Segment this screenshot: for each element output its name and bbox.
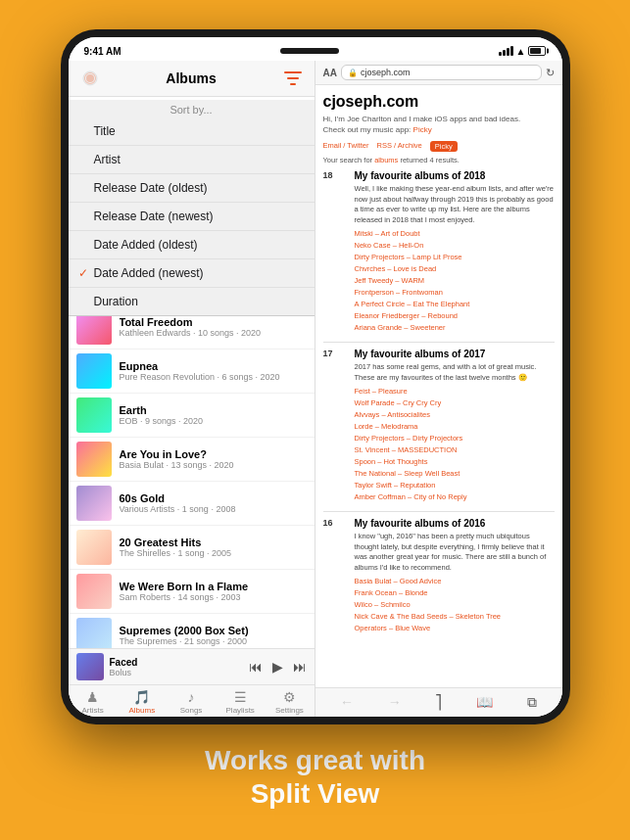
album-link[interactable]: Frontperson – Frontwoman bbox=[355, 287, 555, 299]
album-link[interactable]: Dirty Projectors – Dirty Projectors bbox=[355, 433, 555, 444]
tab-playlists[interactable]: ☰ Playlists bbox=[216, 685, 265, 717]
album-link[interactable]: Operators – Blue Wave bbox=[355, 623, 555, 634]
album-link[interactable]: Frank Ocean – Blonde bbox=[355, 587, 555, 599]
album-link[interactable]: Nick Cave & The Bad Seeds – Skeleton Tre… bbox=[355, 611, 555, 623]
safari-url-bar[interactable]: 🔒 cjoseph.com bbox=[341, 65, 542, 80]
list-item[interactable]: 20 Greatest Hits The Shirelles · 1 song … bbox=[69, 526, 315, 570]
album-link[interactable]: Amber Coffman – City of No Reply bbox=[355, 491, 555, 503]
tab-settings[interactable]: ⚙ Settings bbox=[265, 685, 314, 717]
album-info: We Were Born In a Flame Sam Roberts · 14… bbox=[120, 581, 307, 602]
rss-link[interactable]: RSS / Archive bbox=[376, 141, 421, 152]
sort-title-option[interactable]: Title bbox=[69, 117, 315, 146]
album-link[interactable]: Lorde – Melodrama bbox=[355, 421, 555, 433]
album-info: Eupnea Pure Reason Revolution · 6 songs … bbox=[120, 360, 307, 382]
safari-back-button[interactable]: ← bbox=[336, 692, 358, 713]
sort-release-newest-option[interactable]: Release Date (newest) bbox=[69, 203, 315, 231]
bottom-line2: Split View bbox=[251, 778, 380, 809]
safari-aa-button[interactable]: AA bbox=[323, 68, 337, 78]
bottom-text-content: Works great with Split View bbox=[205, 744, 425, 810]
album-link[interactable]: Wolf Parade – Cry Cry Cry bbox=[355, 397, 555, 409]
album-subtitle: The Supremes · 21 songs · 2000 bbox=[120, 636, 307, 646]
album-link[interactable]: Basia Bulat – Good Advice bbox=[355, 576, 555, 587]
sort-added-oldest-option[interactable]: Date Added (oldest) bbox=[69, 231, 315, 259]
album-link[interactable]: Mitski – Art of Doubt bbox=[355, 228, 555, 240]
now-playing-artist: Bolus bbox=[110, 668, 243, 677]
album-art bbox=[76, 574, 112, 609]
album-link[interactable]: Eleanor Friedberger – Rebound bbox=[355, 310, 555, 322]
now-playing-title: Faced bbox=[110, 657, 243, 668]
year-label-2016: 16 bbox=[323, 518, 347, 634]
playlists-icon: ☰ bbox=[234, 689, 247, 705]
svg-rect-1 bbox=[284, 71, 302, 73]
sort-added-newest-option[interactable]: Date Added (newest) bbox=[69, 259, 315, 288]
list-item[interactable]: Eupnea Pure Reason Revolution · 6 songs … bbox=[69, 350, 315, 394]
music-sort-icon[interactable] bbox=[281, 67, 305, 90]
album-title: 60s Gold bbox=[120, 492, 307, 504]
album-link[interactable]: Wilco – Schmilco bbox=[355, 599, 555, 611]
safari-share-button[interactable]: ⎤ bbox=[431, 692, 446, 713]
album-link[interactable]: Ariana Grande – Sweetener bbox=[355, 322, 555, 334]
safari-forward-button[interactable]: → bbox=[384, 692, 406, 713]
safari-toolbar: ← → ⎤ 📖 ⧉ bbox=[315, 687, 562, 717]
album-link[interactable]: Dirty Projectors – Lamp Lit Prose bbox=[355, 252, 555, 263]
tab-albums-label: Albums bbox=[128, 706, 155, 715]
album-link[interactable]: Alvvays – Antisocialites bbox=[355, 409, 555, 421]
list-item[interactable]: Are You in Love? Basia Bulat · 13 songs … bbox=[69, 438, 315, 482]
album-title: 20 Greatest Hits bbox=[120, 537, 307, 548]
list-item[interactable]: Supremes (2000 Box Set) The Supremes · 2… bbox=[69, 614, 315, 648]
music-back-icon[interactable] bbox=[78, 67, 102, 90]
picky-link[interactable]: Picky bbox=[430, 141, 458, 152]
album-art bbox=[76, 486, 112, 521]
album-subtitle: Pure Reason Revolution · 6 songs · 2020 bbox=[120, 372, 307, 382]
play-button[interactable]: ▶ bbox=[272, 659, 283, 675]
album-link[interactable]: Chvrches – Love is Dead bbox=[355, 263, 555, 275]
split-view: Albums Sort by... Title Artist Release D… bbox=[69, 61, 562, 717]
bottom-text: Works great with Split View bbox=[205, 744, 425, 810]
album-title: Are You in Love? bbox=[120, 448, 307, 460]
bottom-line1: Works great with bbox=[205, 745, 425, 775]
playback-controls: ⏮ ▶ ⏭ bbox=[249, 659, 307, 675]
now-playing-bar[interactable]: Faced Bolus ⏮ ▶ ⏭ bbox=[69, 648, 315, 684]
section-content-2018: My favourite albums of 2018 Well, I like… bbox=[355, 170, 555, 334]
tab-artists[interactable]: ♟ Artists bbox=[69, 685, 118, 717]
settings-icon: ⚙ bbox=[283, 689, 296, 705]
album-info: Total Freedom Kathleen Edwards · 10 song… bbox=[120, 316, 307, 338]
safari-pane: AA 🔒 cjoseph.com ↻ cjoseph.com Hi, I'm J… bbox=[315, 61, 562, 717]
safari-tabs-button[interactable]: ⧉ bbox=[523, 692, 541, 713]
notch bbox=[280, 48, 339, 54]
next-button[interactable]: ⏭ bbox=[293, 659, 307, 675]
tab-albums[interactable]: 🎵 Albums bbox=[118, 685, 167, 717]
album-list-2018: Mitski – Art of Doubt Neko Case – Hell-O… bbox=[355, 228, 555, 334]
album-link[interactable]: Taylor Swift – Reputation bbox=[355, 480, 555, 491]
album-link[interactable]: A Perfect Circle – Eat The Elephant bbox=[355, 299, 555, 310]
list-item[interactable]: We Were Born In a Flame Sam Roberts · 14… bbox=[69, 570, 315, 614]
site-title: cjoseph.com bbox=[323, 93, 555, 111]
album-info: Supremes (2000 Box Set) The Supremes · 2… bbox=[120, 625, 307, 646]
email-link[interactable]: Email / Twitter bbox=[323, 141, 369, 152]
music-app-pane: Albums Sort by... Title Artist Release D… bbox=[69, 61, 315, 717]
album-link[interactable]: St. Vincent – MASSEDUCTION bbox=[355, 444, 555, 456]
album-subtitle: Various Artists · 1 song · 2008 bbox=[120, 504, 307, 514]
tab-songs[interactable]: ♪ Songs bbox=[167, 685, 216, 717]
sort-artist-option[interactable]: Artist bbox=[69, 146, 315, 174]
album-link[interactable]: Spoon – Hot Thoughts bbox=[355, 456, 555, 468]
sort-release-oldest-option[interactable]: Release Date (oldest) bbox=[69, 174, 315, 203]
safari-bookmarks-button[interactable]: 📖 bbox=[472, 692, 497, 713]
list-item[interactable]: Earth EOB · 9 songs · 2020 bbox=[69, 394, 315, 438]
album-link[interactable]: The National – Sleep Well Beast bbox=[355, 468, 555, 480]
album-art bbox=[76, 442, 112, 477]
album-subtitle: Kathleen Edwards · 10 songs · 2020 bbox=[120, 328, 307, 338]
section-body-2016: I know "ugh, 2016" has been a pretty muc… bbox=[355, 532, 555, 573]
safari-reload-button[interactable]: ↻ bbox=[546, 67, 555, 79]
sort-duration-option[interactable]: Duration bbox=[69, 288, 315, 315]
album-info: Are You in Love? Basia Bulat · 13 songs … bbox=[120, 448, 307, 470]
album-subtitle: Sam Roberts · 14 songs · 2003 bbox=[120, 592, 307, 602]
wifi-icon: ▲ bbox=[516, 46, 526, 57]
album-link[interactable]: Jeff Tweedy – WARM bbox=[355, 275, 555, 287]
prev-button[interactable]: ⏮ bbox=[249, 659, 263, 675]
year-label-2017: 17 bbox=[323, 349, 347, 503]
album-link[interactable]: Feist – Pleasure bbox=[355, 386, 555, 397]
album-link[interactable]: Neko Case – Hell-On bbox=[355, 240, 555, 252]
album-art bbox=[76, 530, 112, 565]
list-item[interactable]: 60s Gold Various Artists · 1 song · 2008 bbox=[69, 482, 315, 526]
